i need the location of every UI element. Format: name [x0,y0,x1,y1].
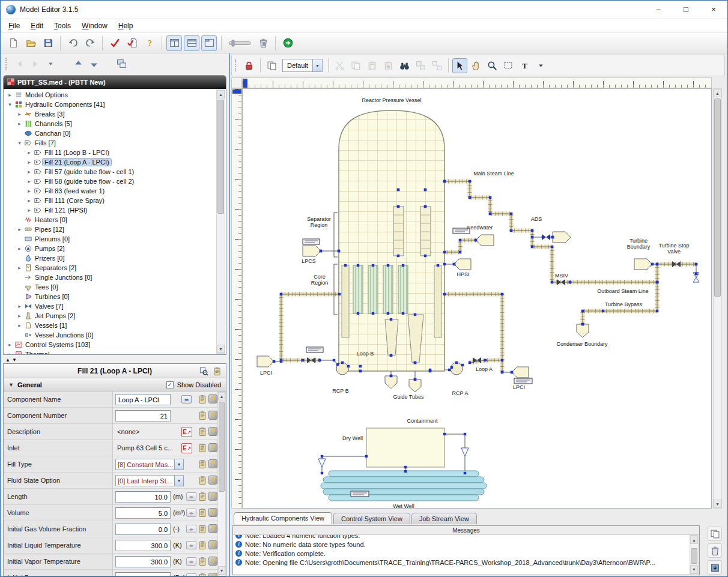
save-model-button[interactable] [40,35,56,51]
tree-toggle-icon[interactable]: ▸ [16,265,23,271]
view-tab-1[interactable]: Hydraulic Components View [234,512,332,524]
diagram-label[interactable]: Condenser Boundary [556,341,607,347]
tree-item[interactable]: Single Junctions [0] [4,273,216,282]
close-button[interactable]: × [700,1,727,18]
scroll-up-icon[interactable]: ▲ [217,90,225,98]
tree-item[interactable]: ▸Jet Pumps [2] [4,311,216,321]
tree-toggle-icon[interactable]: ▸ [16,226,23,232]
diagram-label[interactable]: Core Region [311,274,329,286]
show-disabled-checkbox[interactable]: ✓ [166,381,174,388]
tree-item[interactable]: Turbines [0] [4,292,216,301]
property-value-input[interactable]: 21 [115,410,171,421]
tree-toggle-icon[interactable]: ▸ [16,313,23,319]
tree-item[interactable]: ▸Fill 21 (Loop A - LPCI) [4,157,216,167]
copy-value-button[interactable] [198,476,208,486]
copy-value-button[interactable] [198,411,208,421]
tree-toggle-icon[interactable]: ▸ [25,178,33,184]
diagram-label[interactable]: MSIV [555,273,568,279]
tree-item[interactable]: ▸Fill 111 (Core Spray) [4,196,216,205]
delete-button[interactable] [255,35,271,51]
up-button[interactable] [71,56,85,71]
menu-edit[interactable]: Edit [25,20,49,32]
clear-messages-button[interactable] [708,543,722,558]
tree-toggle-icon[interactable]: ▸ [16,111,23,117]
tree-item[interactable]: ▸Pipes [12] [4,225,216,234]
copy-value-button[interactable] [198,524,208,534]
tree-toggle-icon[interactable]: ▾ [6,101,14,107]
copy-value-button[interactable] [198,427,208,437]
select-tool-button[interactable] [452,58,467,73]
properties-scrollbar[interactable]: ▲ ▼ [217,391,226,575]
redo-button[interactable] [82,35,98,51]
copy-properties-button[interactable] [211,366,222,376]
copy-messages-button[interactable] [708,527,722,541]
tree-toggle-icon[interactable]: ▸ [25,198,33,204]
copy-value-button[interactable] [198,540,208,551]
copy-value-button[interactable] [198,443,208,453]
property-help-button[interactable]: ? [208,508,217,517]
diagram-label[interactable]: LPCI [513,384,525,390]
property-help-button[interactable]: ? [208,540,217,549]
find-button[interactable] [397,58,412,73]
property-value-input[interactable]: 1.055 [115,572,171,576]
marquee-tool-button[interactable] [501,58,516,73]
duplicate-button[interactable] [264,58,279,73]
copy-value-button[interactable] [198,492,208,502]
diagram-label[interactable]: Turbine Boundary [627,238,651,250]
tree-toggle-icon[interactable]: ▸ [16,246,23,252]
diagram-label[interactable]: HPSI [457,271,469,277]
tree-toggle-icon[interactable]: ▸ [16,303,23,309]
diagram-label[interactable]: Outboard Steam Line [597,288,649,294]
property-help-button[interactable]: ? [208,427,217,436]
scroll-up-icon[interactable]: ▲ [714,89,721,97]
diagram-label[interactable]: Wet Well [393,503,414,509]
copy-value-button[interactable] [198,508,208,518]
diagram-label[interactable]: Separator Region [307,216,331,228]
export-messages-button[interactable] [708,560,722,575]
tree-toggle-icon[interactable]: ▸ [6,351,14,354]
property-help-button[interactable]: ? [208,524,217,533]
property-help-button[interactable]: ? [208,557,217,566]
property-value-combo[interactable]: [0] Last Interp St...▼ [115,475,184,486]
tree-item[interactable]: ▸Breaks [3] [4,109,216,119]
tree-item[interactable]: ▸Fill 121 (HPSI) [4,205,216,215]
property-value-input[interactable]: 10.0 [115,491,171,503]
diagram-label[interactable]: Feedwater [467,225,493,231]
tree-toggle-icon[interactable]: ▸ [6,92,14,98]
diagram-label[interactable]: Loop B [357,351,374,357]
property-help-button[interactable]: ? [208,573,217,576]
diagram-label[interactable]: LPCS [302,258,316,264]
diagram-label[interactable]: Dry Well [342,435,363,441]
scroll-up-icon[interactable]: ▲ [690,536,698,544]
tree-item[interactable]: ▸Channels [5] [4,119,216,128]
tree-item[interactable]: ▸Control Systems [103] [4,340,216,349]
tree-toggle-icon[interactable]: ▸ [25,150,33,156]
scroll-up-icon[interactable]: ▲ [218,392,225,400]
property-value-input[interactable]: Loop A - LPCI [115,394,171,405]
tree-toggle-icon[interactable]: ▸ [25,188,33,194]
property-value-input[interactable]: 300.0 [115,540,171,551]
locate-in-view-button[interactable] [198,366,209,376]
copy-value-button[interactable] [198,459,208,470]
tree-item[interactable]: ▸Thermal [4,349,216,354]
down-button[interactable] [86,56,101,71]
property-help-button[interactable]: ? [208,492,217,501]
property-help-button[interactable]: ? [208,459,217,468]
zoom-selector[interactable]: Default▼ [282,59,323,72]
validate-report-button[interactable] [124,35,140,51]
open-model-button[interactable] [23,35,38,51]
maximize-button[interactable]: □ [672,1,700,18]
scroll-down-icon[interactable]: ▼ [714,500,721,508]
diagram-label[interactable]: Turbine Stop Valve [658,243,689,255]
menu-tools[interactable]: Tools [49,20,76,32]
panel-splitter[interactable]: ▲ ▼ [3,357,226,363]
new-model-button[interactable] [5,35,21,51]
copy-value-button[interactable] [198,573,208,576]
scroll-down-icon[interactable]: ▼ [690,565,698,573]
help-button[interactable]: ? [142,35,157,51]
diagram-label[interactable]: Turbine Bypass [605,301,642,307]
diagram-label[interactable]: ADS [531,216,542,222]
tree-item[interactable]: Tees [0] [4,282,216,292]
tree-item[interactable]: Vessel Junctions [0] [4,330,216,340]
menu-window[interactable]: Window [76,20,113,32]
